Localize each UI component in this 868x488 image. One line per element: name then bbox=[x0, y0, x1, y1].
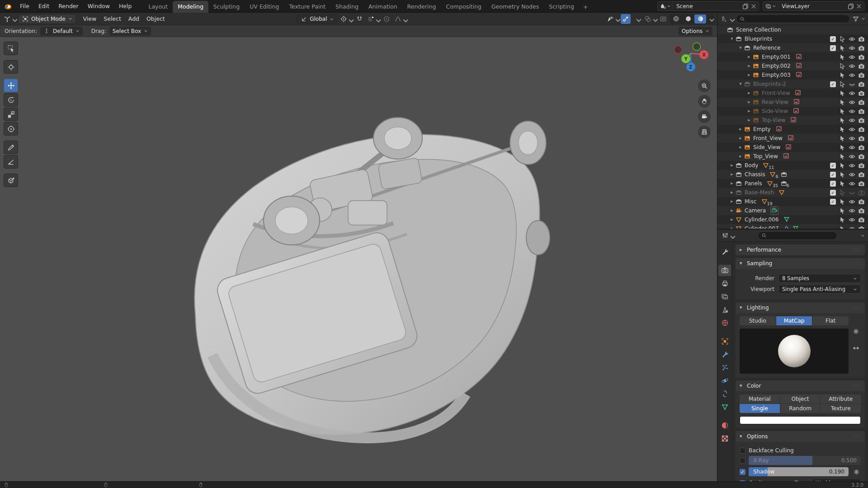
new-view-layer-icon[interactable] bbox=[847, 3, 854, 9]
selectable-toggle[interactable] bbox=[838, 71, 847, 79]
expander-closed-icon[interactable]: ▶ bbox=[746, 109, 752, 113]
hide-viewport-toggle[interactable] bbox=[847, 44, 857, 52]
color-mode-texture[interactable]: Texture bbox=[821, 404, 861, 413]
disable-render-toggle[interactable] bbox=[857, 135, 866, 142]
outliner-row-front-view[interactable]: ▶Front-View bbox=[717, 89, 868, 98]
gizmos-toggle-button[interactable] bbox=[621, 14, 631, 24]
zoom-button[interactable] bbox=[698, 80, 711, 92]
disable-render-toggle[interactable] bbox=[857, 207, 866, 214]
view-layer-name[interactable]: ViewLayer bbox=[779, 3, 846, 9]
hide-viewport-toggle[interactable] bbox=[847, 35, 857, 42]
disable-render-toggle[interactable] bbox=[857, 198, 866, 205]
single-color-swatch[interactable] bbox=[740, 416, 861, 424]
outliner-row-body[interactable]: ▶Body11✓ bbox=[717, 161, 868, 170]
selectable-toggle[interactable] bbox=[838, 99, 847, 106]
disable-render-toggle[interactable] bbox=[857, 162, 866, 169]
selectable-toggle[interactable] bbox=[838, 216, 847, 223]
workspace-tab-shading[interactable]: Shading bbox=[330, 1, 363, 13]
scene-selector[interactable]: Scene bbox=[657, 1, 759, 11]
menu-edit[interactable]: Edit bbox=[34, 0, 54, 12]
color-panel-header[interactable]: ▼ Color :::: bbox=[736, 380, 865, 391]
disable-render-toggle[interactable] bbox=[857, 89, 866, 97]
viewport-menu-add[interactable]: Add bbox=[125, 13, 143, 24]
lighting-mode-flat[interactable]: Flat bbox=[812, 316, 849, 325]
outliner-row-reference[interactable]: ▼Reference✓ bbox=[717, 43, 868, 52]
lighting-panel-header[interactable]: ▼ Lighting :::: bbox=[736, 302, 865, 313]
matcap-preview[interactable] bbox=[740, 328, 849, 374]
hide-viewport-toggle[interactable] bbox=[847, 117, 857, 124]
disable-render-toggle[interactable] bbox=[857, 108, 866, 115]
expander-closed-icon[interactable]: ▶ bbox=[746, 55, 752, 59]
selectable-toggle[interactable] bbox=[838, 108, 847, 115]
tool-add-cube-button[interactable] bbox=[4, 174, 18, 187]
properties-tab-render[interactable] bbox=[718, 265, 731, 276]
hide-viewport-toggle[interactable] bbox=[847, 189, 857, 196]
tool-tweak-select-button[interactable] bbox=[4, 42, 18, 55]
snap-toggle-button[interactable] bbox=[354, 14, 364, 24]
properties-tab-particles[interactable] bbox=[718, 362, 731, 373]
drag-grip-icon[interactable]: :::: bbox=[854, 434, 861, 439]
properties-tab-object[interactable] bbox=[718, 336, 731, 347]
shading-wireframe-button[interactable] bbox=[670, 14, 682, 23]
xray-slider[interactable]: X-Ray 0.500 bbox=[749, 456, 861, 465]
exclude-checkbox[interactable]: ✓ bbox=[830, 81, 836, 87]
selectable-toggle[interactable] bbox=[838, 207, 847, 214]
workspace-tab-rendering[interactable]: Rendering bbox=[402, 1, 441, 13]
outliner-row-blueprints[interactable]: ▼Blueprints✓ bbox=[717, 34, 868, 43]
expander-closed-icon[interactable]: ▶ bbox=[746, 118, 752, 122]
drag-grip-icon[interactable]: :::: bbox=[854, 384, 861, 388]
exclude-checkbox[interactable]: ✓ bbox=[830, 172, 836, 178]
disable-render-toggle[interactable] bbox=[857, 189, 866, 196]
outliner-row-side-view[interactable]: ▶Side-View bbox=[717, 107, 868, 116]
hide-viewport-toggle[interactable] bbox=[847, 180, 857, 187]
hide-viewport-toggle[interactable] bbox=[847, 171, 857, 178]
disable-render-toggle[interactable] bbox=[857, 180, 866, 187]
viewport-menu-select[interactable]: Select bbox=[100, 13, 125, 24]
shadow-checkbox[interactable]: ✓ bbox=[740, 469, 745, 475]
exclude-checkbox-cell[interactable]: ✓ bbox=[828, 45, 838, 51]
shadow-slider[interactable]: Shadow 0.190 bbox=[749, 467, 849, 476]
outliner-row-empty[interactable]: ▶Empty bbox=[717, 125, 868, 134]
exclude-checkbox[interactable]: ✓ bbox=[830, 163, 836, 169]
outliner-row-chassis[interactable]: ▶Chassis6✓ bbox=[717, 170, 868, 179]
properties-tab-scene[interactable] bbox=[718, 304, 731, 315]
editor-type-button[interactable] bbox=[3, 14, 16, 24]
scene-name[interactable]: Scene bbox=[674, 3, 741, 9]
performance-panel-header[interactable]: ▶ Performance :::: bbox=[736, 244, 865, 255]
properties-tab-texture[interactable] bbox=[718, 433, 731, 444]
exclude-checkbox[interactable]: ✓ bbox=[830, 199, 836, 205]
hide-viewport-toggle[interactable] bbox=[847, 162, 857, 169]
exclude-checkbox[interactable]: ✓ bbox=[830, 181, 836, 187]
disable-render-toggle[interactable] bbox=[857, 53, 866, 61]
exclude-checkbox-cell[interactable]: ✓ bbox=[828, 190, 838, 196]
expander-closed-icon[interactable]: ▶ bbox=[729, 191, 735, 194]
selectable-toggle[interactable] bbox=[838, 89, 847, 97]
mode-selector[interactable]: Object Mode bbox=[18, 14, 76, 24]
expander-closed-icon[interactable]: ▶ bbox=[729, 182, 735, 185]
expander-open-icon[interactable]: ▼ bbox=[737, 46, 744, 50]
properties-tab-physics[interactable] bbox=[718, 375, 731, 386]
workspace-tab-uv-editing[interactable]: UV Editing bbox=[245, 1, 284, 13]
properties-tab-world[interactable] bbox=[718, 317, 731, 328]
outliner-row-top-view[interactable]: ▶Top-View bbox=[717, 116, 868, 125]
selectable-toggle[interactable] bbox=[838, 180, 847, 187]
expander-closed-icon[interactable]: ▶ bbox=[729, 209, 735, 212]
3d-viewport[interactable]: Orientation: Default Drag: Select Box Op… bbox=[0, 25, 717, 481]
outliner-row-scene-collection[interactable]: Scene Collection bbox=[717, 25, 868, 34]
outliner-row-base-mesh[interactable]: ▶Base-Mesh✓ bbox=[717, 188, 868, 197]
exclude-checkbox-cell[interactable]: ✓ bbox=[828, 36, 838, 42]
properties-tab-view-layer[interactable] bbox=[718, 291, 731, 302]
selectable-toggle[interactable] bbox=[838, 80, 847, 88]
navigation-gizmo[interactable]: X Y Z bbox=[672, 41, 710, 80]
expander-closed-icon[interactable]: ▶ bbox=[737, 155, 744, 158]
tool-options-button[interactable]: Options bbox=[679, 27, 712, 36]
selectable-toggle[interactable] bbox=[838, 225, 847, 229]
disable-render-toggle[interactable] bbox=[857, 144, 866, 151]
expander-closed-icon[interactable]: ▶ bbox=[729, 200, 735, 203]
exclude-checkbox[interactable]: ✓ bbox=[830, 45, 836, 51]
tool-measure-button[interactable] bbox=[4, 155, 18, 169]
workspace-tab-animation[interactable]: Animation bbox=[363, 1, 402, 13]
hide-viewport-toggle[interactable] bbox=[847, 135, 857, 142]
hide-viewport-toggle[interactable] bbox=[847, 89, 857, 97]
exclude-checkbox-cell[interactable]: ✓ bbox=[828, 199, 838, 205]
